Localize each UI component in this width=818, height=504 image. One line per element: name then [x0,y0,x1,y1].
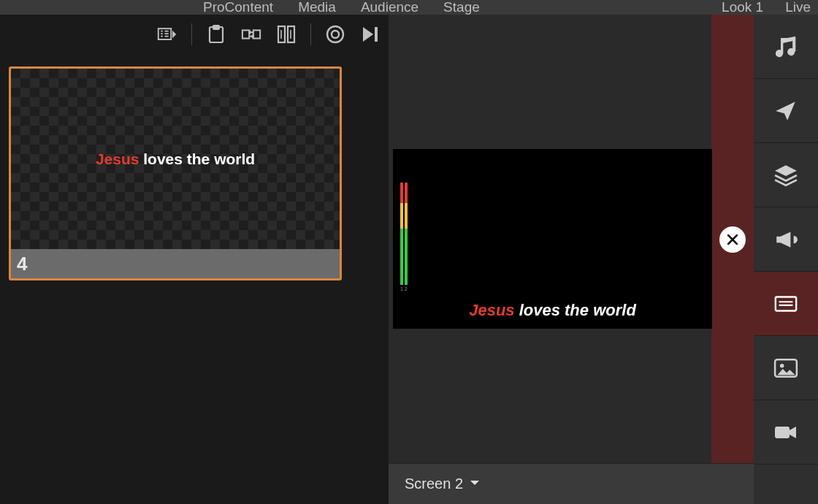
svg-rect-13 [793,37,795,51]
slide-toolbar [0,15,389,53]
slide-text-rest: loves the world [139,150,255,167]
tab-media[interactable]: Media [298,0,336,15]
sidebar-media[interactable] [754,336,818,400]
svg-point-7 [327,26,343,42]
svg-point-8 [332,31,339,38]
screen-label: Screen 2 [405,476,463,492]
toolbar-separator [191,23,192,45]
send-icon [773,99,798,123]
show-control-icon[interactable] [156,23,178,45]
live-toggle[interactable]: Live [785,0,811,15]
caption-icon [773,291,798,316]
layers-sidebar [754,15,818,504]
slide-canvas: Jesus loves the world [11,69,340,249]
svg-rect-3 [242,30,249,38]
look-selector[interactable]: Look 1 [722,0,763,15]
sidebar-announcements[interactable] [754,207,818,272]
svg-rect-14 [776,297,796,310]
slide-text-highlight: Jesus [96,150,139,167]
slide-text: Jesus loves the world [96,150,255,168]
arrangement-icon[interactable] [275,23,297,45]
slide-editor-panel: Jesus loves the world 4 [0,15,389,504]
preview-text-rest: loves the world [515,301,636,319]
preview-output: 1 2 Jesus loves the world [393,149,712,329]
sidebar-audio[interactable] [754,15,818,79]
slide-number-label: 4 [11,249,340,278]
svg-rect-2 [213,26,219,29]
bullhorn-icon [773,227,798,252]
preview-text: Jesus loves the world [393,301,712,320]
vu-channel-labels: 1 2 [400,286,408,291]
reflow-icon[interactable] [240,23,262,45]
tab-stage[interactable]: Stage [443,0,480,15]
audio-vu-meter [400,183,409,285]
go-to-next-icon[interactable] [359,23,381,45]
svg-rect-9 [375,27,378,42]
chevron-down-icon [469,476,481,492]
paste-icon[interactable] [205,23,227,45]
image-icon [773,356,798,381]
sidebar-lower-thirds[interactable] [754,272,818,336]
record-icon[interactable] [324,23,346,45]
svg-point-16 [780,364,784,368]
svg-rect-4 [253,30,260,38]
preview-panel: 1 2 Jesus loves the world Screen 2 [389,15,754,504]
clear-layer-button[interactable] [719,226,746,253]
top-tab-bar: ProContent Media Audience Stage Look 1 L… [0,0,818,15]
sidebar-messages[interactable] [754,79,818,143]
toolbar-separator [310,23,311,45]
music-note-icon [773,34,798,59]
screen-selector-bar[interactable]: Screen 2 [389,463,754,504]
svg-rect-17 [775,427,790,438]
preview-text-highlight: Jesus [469,301,514,319]
sidebar-props[interactable] [754,143,818,207]
slide-thumbnail[interactable]: Jesus loves the world 4 [9,66,342,280]
video-camera-icon [773,420,798,445]
tab-audience[interactable]: Audience [361,0,418,15]
svg-rect-12 [781,39,783,53]
sidebar-video-input[interactable] [754,400,818,465]
layers-icon [773,163,798,188]
tab-procontent[interactable]: ProContent [203,0,273,15]
